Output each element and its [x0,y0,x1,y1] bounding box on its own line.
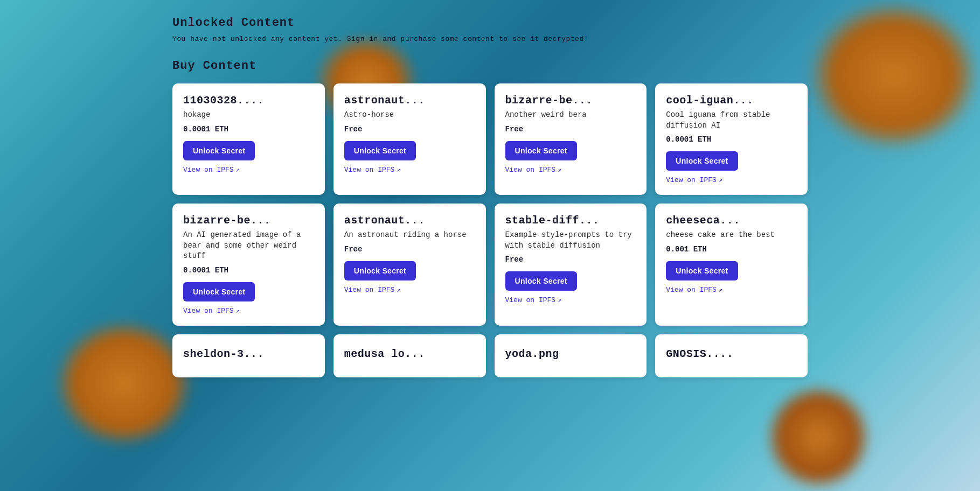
card-8-subtitle: cheese cake are the best [666,230,797,241]
card-4-title: cool-iguan... [666,94,797,107]
card-7-price: Free [505,255,636,264]
bottom-card-1-title: sheldon-3... [183,348,264,360]
bottom-card-2-title: medusa lo... [344,348,425,360]
card-1-ipfs-label: View on IPFS [183,166,234,174]
card-3-ipfs-label: View on IPFS [505,166,556,174]
cards-grid-row3: sheldon-3... medusa lo... yoda.png GNOSI… [172,334,808,377]
card-1-subtitle: hokage [183,110,314,121]
card-6-ipfs-link[interactable]: View on IPFS ↗ [344,286,475,294]
card-5-subtitle: An AI generated image of a bear and some… [183,230,314,262]
cards-grid-row1: 11030328.... hokage 0.0001 ETH Unlock Se… [172,83,808,195]
card-1-ipfs-link[interactable]: View on IPFS ↗ [183,166,314,174]
card-4-ipfs-label: View on IPFS [666,176,717,184]
card-4-unlock-button[interactable]: Unlock Secret [666,151,738,171]
card-8: cheeseca... cheese cake are the best 0.0… [655,204,808,326]
card-3-unlock-button[interactable]: Unlock Secret [505,141,577,160]
card-7-title: stable-diff... [505,214,636,227]
external-link-icon: ↗ [397,286,400,294]
bottom-card-3-title: yoda.png [505,348,559,360]
card-2: astronaut... Astro-horse Free Unlock Sec… [333,83,486,195]
card-3-subtitle: Another weird bera [505,110,636,121]
card-4-subtitle: Cool iguana from stable diffusion AI [666,110,797,131]
card-8-ipfs-label: View on IPFS [666,286,717,294]
buy-content-title: Buy Content [172,59,808,73]
card-2-subtitle: Astro-horse [344,110,475,121]
bottom-card-1: sheldon-3... [172,334,325,377]
card-8-price: 0.001 ETH [666,245,797,254]
bottom-card-4: GNOSIS.... [655,334,808,377]
bottom-card-4-title: GNOSIS.... [666,348,733,360]
card-3-price: Free [505,125,636,134]
card-7-ipfs-label: View on IPFS [505,296,556,304]
card-7-ipfs-link[interactable]: View on IPFS ↗ [505,296,636,304]
card-2-title: astronaut... [344,94,475,107]
bottom-card-3: yoda.png [495,334,647,377]
external-link-icon: ↗ [397,166,400,174]
card-8-unlock-button[interactable]: Unlock Secret [666,261,738,280]
main-content: Unlocked Content You have not unlocked a… [0,0,980,399]
external-link-icon: ↗ [558,296,561,304]
external-link-icon: ↗ [719,176,722,184]
unlocked-content-subtitle: You have not unlocked any content yet. S… [172,35,808,43]
card-5-title: bizarre-be... [183,214,314,227]
card-6-price: Free [344,245,475,254]
card-6-subtitle: An astronaut riding a horse [344,230,475,241]
card-2-ipfs-link[interactable]: View on IPFS ↗ [344,166,475,174]
card-1-title: 11030328.... [183,94,314,107]
external-link-icon: ↗ [558,166,561,174]
external-link-icon: ↗ [236,307,240,315]
card-2-price: Free [344,125,475,134]
card-4-ipfs-link[interactable]: View on IPFS ↗ [666,176,797,184]
cards-grid-row2: bizarre-be... An AI generated image of a… [172,204,808,326]
card-6: astronaut... An astronaut riding a horse… [333,204,486,326]
card-5-ipfs-link[interactable]: View on IPFS ↗ [183,307,314,315]
card-5-ipfs-label: View on IPFS [183,307,234,315]
card-6-unlock-button[interactable]: Unlock Secret [344,261,416,280]
card-1-unlock-button[interactable]: Unlock Secret [183,141,255,160]
card-7-unlock-button[interactable]: Unlock Secret [505,271,577,291]
unlocked-content-title: Unlocked Content [172,16,808,30]
card-2-ipfs-label: View on IPFS [344,166,395,174]
card-4-price: 0.0001 ETH [666,135,797,144]
card-3: bizarre-be... Another weird bera Free Un… [495,83,647,195]
card-7: stable-diff... Example style-prompts to … [495,204,647,326]
card-6-title: astronaut... [344,214,475,227]
card-5: bizarre-be... An AI generated image of a… [172,204,325,326]
external-link-icon: ↗ [236,166,240,174]
card-1: 11030328.... hokage 0.0001 ETH Unlock Se… [172,83,325,195]
card-3-title: bizarre-be... [505,94,636,107]
card-2-unlock-button[interactable]: Unlock Secret [344,141,416,160]
external-link-icon: ↗ [719,286,722,294]
card-1-price: 0.0001 ETH [183,125,314,134]
card-3-ipfs-link[interactable]: View on IPFS ↗ [505,166,636,174]
card-8-ipfs-link[interactable]: View on IPFS ↗ [666,286,797,294]
bottom-card-2: medusa lo... [333,334,486,377]
card-5-price: 0.0001 ETH [183,266,314,275]
card-4: cool-iguan... Cool iguana from stable di… [655,83,808,195]
card-6-ipfs-label: View on IPFS [344,286,395,294]
card-8-title: cheeseca... [666,214,797,227]
card-7-subtitle: Example style-prompts to try with stable… [505,230,636,251]
bg-blob-4 [764,383,872,491]
card-5-unlock-button[interactable]: Unlock Secret [183,282,255,301]
